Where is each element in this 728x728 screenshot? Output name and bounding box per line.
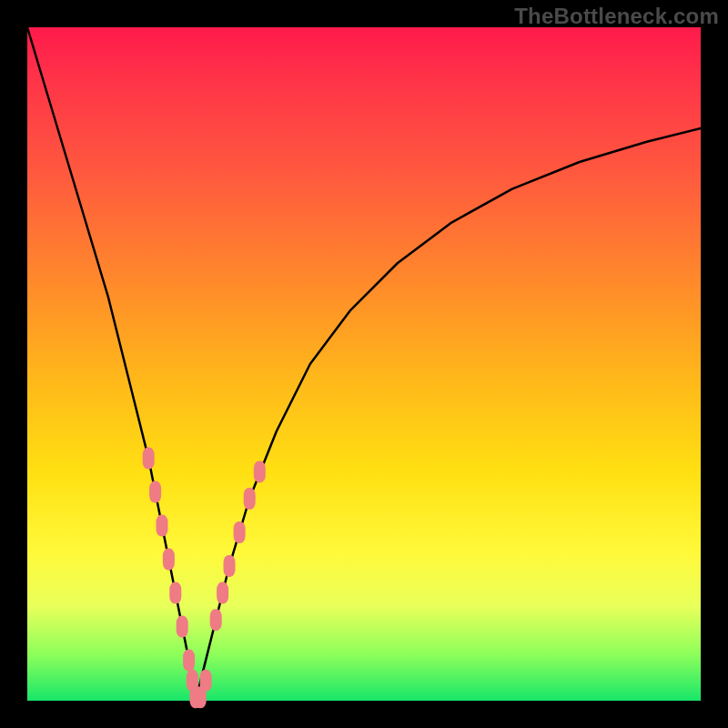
curve-marker <box>183 650 195 672</box>
plot-area <box>27 27 701 701</box>
bottleneck-curve-path <box>27 27 701 701</box>
curve-marker <box>234 521 246 543</box>
curve-marker <box>157 515 168 537</box>
curve-marker <box>200 670 212 692</box>
curve-marker <box>163 549 175 571</box>
curve-marker <box>244 488 256 510</box>
curve-marker <box>224 555 236 577</box>
curve-marker <box>177 616 188 638</box>
curve-marker <box>169 582 181 604</box>
bottleneck-curve-svg <box>27 27 701 701</box>
curve-marker <box>210 609 222 631</box>
curve-marker <box>149 481 161 503</box>
watermark-text: TheBottleneck.com <box>514 4 719 29</box>
curve-marker <box>254 460 266 482</box>
chart-frame: TheBottleneck.com <box>0 0 728 728</box>
curve-marker <box>217 582 228 604</box>
curve-marker <box>143 448 155 470</box>
